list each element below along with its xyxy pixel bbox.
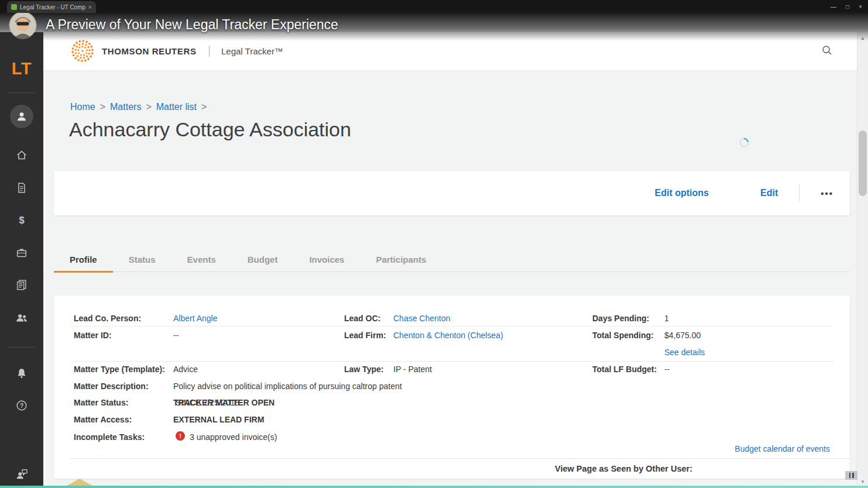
window-minimize-icon[interactable]: — [831,4,836,10]
video-pause-indicator[interactable] [845,471,857,480]
lead-co-person-link[interactable]: Albert Angle [173,314,218,323]
sidebar-item-help[interactable]: ? [0,399,43,412]
breadcrumb: Home > Matters > Matter list > [70,102,207,112]
tab-profile[interactable]: Profile [54,248,113,273]
people-icon [15,311,28,324]
sidebar-divider [8,347,36,348]
profile-row: Matter Type (Template): Advice Law Type:… [54,365,850,376]
matter-access-value: EXTERNAL LEAD FIRM [173,415,264,424]
tab-budget[interactable]: Budget [232,248,294,272]
video-progress-bar[interactable] [0,486,868,488]
svg-text:?: ? [20,403,23,409]
product-name: Legal Tracker™ [221,46,283,56]
home-icon [15,149,28,161]
breadcrumb-matter-list[interactable]: Matter list [156,102,197,112]
sidebar-item-matters[interactable] [0,246,43,259]
profile-row: Matter Status: TRACKER MATTER OPENSINCE … [54,398,850,410]
reports-icon [15,279,28,291]
search-button[interactable] [821,44,836,59]
law-type-value: IP - Patent [393,365,432,374]
sidebar-divider [8,92,36,93]
profile-panel: Lead Co. Person: Albert Angle Lead OC: C… [54,295,850,479]
scrollbar-thumb[interactable] [859,130,867,196]
row-divider [70,326,833,327]
sidebar-item-documents[interactable] [0,181,43,194]
matter-id-label: Matter ID: [74,331,112,340]
total-spending-value: $4,675.00 [664,331,701,340]
help-icon: ? [15,399,28,412]
sidebar-item-reports[interactable] [0,279,43,291]
tab-status[interactable]: Status [113,248,171,272]
edit-options-button[interactable]: Edit options [655,188,709,198]
lead-co-person-label: Lead Co. Person: [74,314,141,323]
screen: Legal Tracker - UT Comp... × — □ × A Pre… [0,0,868,488]
briefcase-icon [15,246,28,259]
toolbar-divider [799,184,800,202]
matter-tabs: Profile Status Events Budget Invoices Pa… [54,248,850,272]
profile-row: See details [54,348,850,359]
channel-avatar[interactable] [9,12,36,39]
tab-events[interactable]: Events [171,248,232,272]
total-lf-budget-label: Total LF Budget: [592,365,657,374]
breadcrumb-separator: > [100,102,105,112]
view-as-other-user-label: View Page as Seen by Other User: [555,464,692,473]
matter-type-label: Matter Type (Template): [74,365,165,374]
dollar-icon: $ [15,214,28,226]
breadcrumb-separator: > [146,102,151,112]
matter-toolbar: Edit options Edit ••• [54,171,850,215]
edit-button[interactable]: Edit [760,188,778,198]
tab-participants[interactable]: Participants [360,248,442,272]
sidebar-item-finance[interactable]: $ [0,214,43,226]
profile-row: Lead Co. Person: Albert Angle Lead OC: C… [54,314,850,325]
svg-text:$: $ [19,215,24,225]
thomson-reuters-logo [70,39,95,63]
breadcrumb-home[interactable]: Home [70,102,95,112]
sidebar-item-contacts[interactable] [0,311,43,324]
matter-access-label: Matter Access: [74,415,132,424]
profile-row: Matter Access: EXTERNAL LEAD FIRM [54,415,850,427]
browser-toolbar [0,13,868,32]
lt-logo[interactable]: LT [0,59,43,78]
page-scrollbar[interactable]: ▲ ▼ [857,32,868,488]
tab-invoices[interactable]: Invoices [293,248,360,272]
profile-row: Matter Description: Policy advise on pol… [54,382,850,393]
browser-tab[interactable]: Legal Tracker - UT Comp... × [7,1,96,13]
window-maximize-icon[interactable]: □ [846,4,849,10]
document-icon [15,181,28,194]
app-sidebar: LT $ ? [0,32,43,488]
bell-icon [15,367,28,380]
matter-id-value: -- [173,331,179,340]
see-details-link[interactable]: See details [664,348,705,357]
matter-description-value: Policy advise on political implications … [173,382,402,391]
brand-separator: | [208,44,211,57]
scroll-down-icon[interactable]: ▼ [857,479,868,484]
sidebar-item-profile[interactable] [10,105,33,128]
incomplete-tasks-value: 3 unapproved invoice(s) [190,432,277,442]
lead-oc-link[interactable]: Chase Chenton [393,314,450,323]
lead-oc-label: Lead OC: [344,314,380,323]
tab-title: Legal Tracker - UT Comp... [20,4,85,11]
breadcrumb-matters[interactable]: Matters [110,102,141,112]
lead-firm-link[interactable]: Chenton & Chenton (Chelsea) [393,331,503,340]
total-lf-budget-value: -- [664,365,670,374]
scroll-up-icon[interactable]: ▲ [857,36,868,41]
budget-calendar-link[interactable]: Budget calendar of events [735,444,830,453]
breadcrumb-separator: > [201,102,207,112]
lead-firm-label: Lead Firm: [344,331,386,340]
window-controls: — □ × [831,0,862,13]
footer-divider [70,458,850,459]
window-close-icon[interactable]: × [859,4,862,10]
days-pending-label: Days Pending: [592,314,649,323]
browser-tab-bar: Legal Tracker - UT Comp... × — □ × [0,0,868,13]
main-content: Home > Matters > Matter list > Achnacarr… [43,70,857,488]
matter-status-label: Matter Status: [74,398,128,407]
sidebar-item-home[interactable] [0,149,43,161]
sidebar-item-notifications[interactable] [0,367,43,380]
tab-close-icon[interactable]: × [88,4,92,11]
sidebar-item-feedback[interactable] [0,468,43,481]
more-options-icon[interactable]: ••• [821,188,833,198]
section-divider [70,361,833,362]
days-pending-value: 1 [664,314,669,323]
app-header: THOMSON REUTERS | Legal Tracker™ [43,32,857,70]
total-spending-label: Total Spending: [592,331,654,340]
